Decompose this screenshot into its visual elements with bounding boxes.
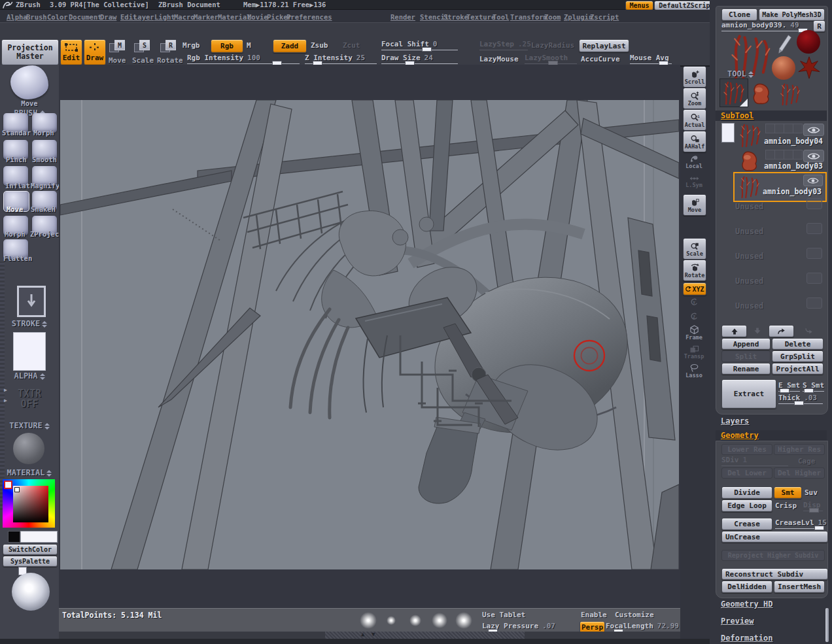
draw-size-slider[interactable]: Draw Size24 (381, 54, 458, 64)
subtool-up-button[interactable] (721, 325, 747, 337)
nav-transp-button[interactable]: Transp (683, 345, 705, 360)
projectall-button[interactable]: ProjectAll (772, 363, 823, 375)
alpha-flyout[interactable]: ALPHA (0, 371, 59, 381)
mouse-avg-slider[interactable]: Mouse Avg (630, 54, 672, 64)
menu-zoom[interactable]: Zoom (544, 13, 561, 21)
material-preview[interactable] (13, 433, 44, 464)
subtool-down-button[interactable] (750, 326, 765, 335)
crisp-toggle[interactable]: Crisp (775, 501, 797, 510)
tool-thumb-branch-small[interactable] (777, 81, 802, 106)
uncrease-button[interactable]: UnCrease (721, 531, 828, 543)
subtool-unused-2[interactable]: Unused (735, 227, 763, 236)
insertmesh-button[interactable]: InsertMesh (774, 581, 825, 593)
suv-toggle[interactable]: Suv (805, 488, 818, 497)
del-higher-button[interactable]: Del Higher (774, 467, 825, 479)
subtool-eye-button-2[interactable] (803, 150, 824, 162)
draw-button[interactable]: Draw (84, 39, 106, 65)
switch-color-button[interactable]: SwitchColor (3, 544, 58, 555)
nav-lsym-button[interactable]: L.Sym (683, 175, 705, 188)
creaselvl-slider[interactable]: CreaseLvl15 (775, 518, 823, 529)
geometry-hd-header[interactable]: Geometry HD (721, 600, 772, 609)
menu-zscript[interactable]: Zscript (590, 13, 619, 21)
enable-toggle[interactable]: Enable (581, 611, 607, 619)
menu-render[interactable]: Render (390, 13, 415, 21)
focal-shift-slider[interactable]: Focal Shift0 (381, 40, 458, 50)
secondary-color-swatch[interactable] (8, 531, 20, 543)
lazyradius-slider[interactable]: LazyRadius (531, 41, 574, 50)
scroll-left-arrow-icon[interactable]: ▲ (361, 631, 364, 637)
subtool-eye-button-3[interactable] (803, 175, 823, 186)
nav-rotate-y-button[interactable]: Y (683, 297, 705, 307)
nav-move-button[interactable]: Move (683, 194, 706, 216)
preview-header[interactable]: Preview (721, 617, 754, 626)
disp-handle[interactable] (809, 508, 819, 513)
higher-res-button[interactable]: Higher Res (774, 444, 825, 455)
menu-zplugin[interactable]: Zplugin (564, 13, 593, 21)
menu-macro[interactable]: Macro (174, 13, 195, 21)
layers-header[interactable]: Layers (721, 416, 749, 426)
focal-length-slider[interactable]: FocalLength72.99 (606, 622, 672, 632)
subtool-unused-1[interactable]: Unused (735, 202, 763, 211)
subtool-duplicate-down-button[interactable] (797, 326, 820, 335)
menu-movie[interactable]: Movie (247, 13, 268, 21)
menu-layer[interactable]: Layer (133, 13, 154, 21)
menu-light[interactable]: Light (154, 13, 175, 21)
crease-button[interactable]: Crease (721, 518, 772, 530)
geometry-header[interactable]: Geometry (721, 431, 759, 440)
thick-handle[interactable] (794, 401, 804, 405)
sys-palette-button[interactable]: SysPalette (3, 556, 58, 567)
sdiv-slider[interactable]: SDiv1 (721, 456, 788, 466)
tool-thumb-pick[interactable] (776, 31, 794, 55)
split-button[interactable]: Split (721, 350, 771, 362)
rename-button[interactable]: Rename (721, 363, 771, 375)
divide-button[interactable]: Divide (721, 486, 772, 499)
menu-stroke[interactable]: Stroke (443, 13, 468, 21)
lazystep-slider[interactable]: LazyStep.25 (479, 40, 528, 50)
alpha-dot-1[interactable] (360, 612, 377, 629)
focal-shift-handle[interactable] (422, 47, 432, 52)
alpha-dot-2[interactable] (387, 616, 396, 625)
document-canvas[interactable] (60, 100, 679, 569)
alpha-dot-4[interactable] (432, 613, 447, 628)
projection-master-button[interactable]: Projection Master (1, 39, 59, 65)
delete-button[interactable]: Delete (772, 338, 823, 350)
stroke-preview[interactable] (17, 286, 46, 317)
extract-button[interactable]: Extract (721, 379, 776, 409)
texture-flyout[interactable]: TEXTURE (0, 421, 59, 430)
rgb-toggle[interactable]: Rgb (211, 39, 243, 53)
nav-rotate-z-button[interactable]: Z (683, 312, 705, 321)
subtool-unused-5[interactable]: Unused (735, 301, 763, 311)
tool-active-slot[interactable] (719, 78, 748, 107)
use-tablet-toggle[interactable]: Use Tablet (482, 611, 525, 619)
del-lower-button[interactable]: Del Lower (721, 467, 772, 479)
m-toggle[interactable]: M (247, 41, 251, 50)
lower-res-button[interactable]: Lower Res (721, 444, 772, 455)
zcut-toggle[interactable]: Zcut (343, 41, 360, 50)
menu-tool[interactable]: Tool (493, 13, 509, 21)
tool-thumb-star[interactable] (797, 55, 822, 80)
menu-texture[interactable]: Texture (466, 13, 495, 21)
menu-preferences[interactable]: Preferences (286, 13, 332, 21)
smt-toggle[interactable]: Smt (774, 486, 802, 499)
lazy-pressure-slider[interactable]: Lazy Pressure.07 (482, 622, 592, 632)
edit-button[interactable]: Edit (60, 39, 82, 65)
subtool-color-swatch[interactable] (721, 123, 735, 143)
alpha-preview[interactable] (13, 332, 46, 371)
disp-slider[interactable]: Disp (803, 501, 823, 511)
grpsplit-button[interactable]: GrpSplit (772, 350, 823, 362)
r-button[interactable]: R (813, 20, 825, 32)
menu-transform[interactable]: Transform (510, 13, 547, 21)
tool-flyout[interactable]: TOOL (727, 69, 754, 78)
nav-lasso-button[interactable]: Lasso (683, 364, 705, 379)
menu-alpha[interactable]: Alpha (7, 13, 27, 21)
nav-scroll-button[interactable]: Scroll (683, 66, 706, 88)
material-flyout[interactable]: MATERIAL (0, 468, 59, 477)
subtool-unused-3[interactable]: Unused (735, 252, 763, 261)
color-picker-sv[interactable] (13, 486, 48, 522)
z-intensity-slider[interactable]: Z Intensity25 (305, 54, 377, 64)
subtool-eye-button-1[interactable] (803, 124, 824, 136)
s-smt-slider[interactable]: S Smt (803, 381, 824, 392)
reconstruct-subdiv-button[interactable]: Reconstruct Subdiv (721, 568, 828, 580)
subtool-duplicate-button[interactable] (769, 325, 794, 337)
cage-toggle[interactable]: Cage (798, 457, 816, 466)
